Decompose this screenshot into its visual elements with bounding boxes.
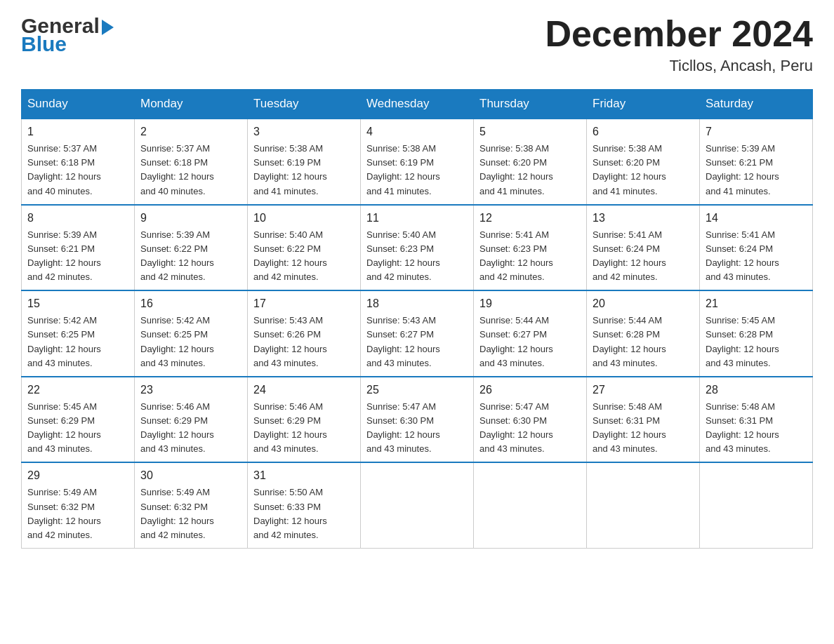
day-number: 8: [27, 210, 128, 227]
calendar-cell: [700, 462, 813, 548]
day-number: 3: [253, 123, 355, 140]
day-number: 29: [27, 467, 128, 484]
day-number: 4: [366, 123, 468, 140]
day-number: 18: [366, 295, 468, 312]
day-info: Sunrise: 5:45 AMSunset: 6:29 PMDaylight:…: [27, 401, 101, 454]
calendar-subtitle: Ticllos, Ancash, Peru: [545, 57, 813, 75]
day-number: 19: [479, 295, 581, 312]
day-info: Sunrise: 5:40 AMSunset: 6:22 PMDaylight:…: [253, 229, 327, 282]
day-info: Sunrise: 5:45 AMSunset: 6:28 PMDaylight:…: [706, 315, 779, 368]
day-number: 28: [706, 382, 807, 398]
day-number: 17: [253, 295, 355, 312]
title-area: December 2024 Ticllos, Ancash, Peru: [545, 14, 813, 75]
calendar-cell: 11Sunrise: 5:40 AMSunset: 6:23 PMDayligh…: [361, 205, 474, 291]
logo-blue-text: Blue: [21, 32, 67, 56]
day-number: 1: [27, 123, 128, 140]
calendar-cell: 16Sunrise: 5:42 AMSunset: 6:25 PMDayligh…: [135, 290, 248, 377]
calendar-cell: 28Sunrise: 5:48 AMSunset: 6:31 PMDayligh…: [700, 377, 813, 463]
calendar-cell: [587, 462, 700, 548]
day-number: 6: [593, 123, 694, 140]
calendar-cell: 26Sunrise: 5:47 AMSunset: 6:30 PMDayligh…: [474, 377, 587, 463]
day-info: Sunrise: 5:43 AMSunset: 6:27 PMDaylight:…: [366, 315, 440, 368]
day-info: Sunrise: 5:40 AMSunset: 6:23 PMDaylight:…: [366, 229, 440, 282]
logo-arrow-icon: [102, 20, 114, 35]
day-info: Sunrise: 5:44 AMSunset: 6:27 PMDaylight:…: [479, 315, 553, 368]
day-number: 16: [140, 295, 241, 312]
day-info: Sunrise: 5:49 AMSunset: 6:32 PMDaylight:…: [140, 487, 214, 539]
day-info: Sunrise: 5:39 AMSunset: 6:21 PMDaylight:…: [27, 229, 101, 282]
day-number: 14: [706, 210, 807, 227]
day-number: 26: [479, 382, 581, 398]
calendar-cell: 18Sunrise: 5:43 AMSunset: 6:27 PMDayligh…: [361, 290, 474, 377]
calendar-cell: 12Sunrise: 5:41 AMSunset: 6:23 PMDayligh…: [474, 205, 587, 291]
calendar-cell: 7Sunrise: 5:39 AMSunset: 6:21 PMDaylight…: [700, 119, 813, 205]
day-info: Sunrise: 5:49 AMSunset: 6:32 PMDaylight:…: [27, 487, 101, 539]
calendar-table: SundayMondayTuesdayWednesdayThursdayFrid…: [21, 89, 813, 549]
calendar-cell: 27Sunrise: 5:48 AMSunset: 6:31 PMDayligh…: [587, 377, 700, 463]
day-info: Sunrise: 5:41 AMSunset: 6:24 PMDaylight:…: [593, 229, 666, 282]
day-info: Sunrise: 5:39 AMSunset: 6:21 PMDaylight:…: [706, 143, 779, 196]
calendar-cell: [361, 462, 474, 548]
day-info: Sunrise: 5:42 AMSunset: 6:25 PMDaylight:…: [140, 315, 214, 368]
calendar-cell: 15Sunrise: 5:42 AMSunset: 6:25 PMDayligh…: [22, 290, 135, 377]
day-info: Sunrise: 5:48 AMSunset: 6:31 PMDaylight:…: [706, 401, 779, 454]
day-info: Sunrise: 5:38 AMSunset: 6:19 PMDaylight:…: [253, 143, 327, 196]
day-info: Sunrise: 5:48 AMSunset: 6:31 PMDaylight:…: [593, 401, 666, 454]
calendar-cell: 21Sunrise: 5:45 AMSunset: 6:28 PMDayligh…: [700, 290, 813, 377]
column-header-thursday: Thursday: [474, 90, 587, 119]
calendar-cell: 19Sunrise: 5:44 AMSunset: 6:27 PMDayligh…: [474, 290, 587, 377]
calendar-cell: 20Sunrise: 5:44 AMSunset: 6:28 PMDayligh…: [587, 290, 700, 377]
calendar-week-row: 29Sunrise: 5:49 AMSunset: 6:32 PMDayligh…: [22, 462, 813, 548]
column-header-friday: Friday: [587, 90, 700, 119]
calendar-cell: 31Sunrise: 5:50 AMSunset: 6:33 PMDayligh…: [248, 462, 361, 548]
calendar-cell: 24Sunrise: 5:46 AMSunset: 6:29 PMDayligh…: [248, 377, 361, 463]
day-info: Sunrise: 5:42 AMSunset: 6:25 PMDaylight:…: [27, 315, 101, 368]
day-info: Sunrise: 5:44 AMSunset: 6:28 PMDaylight:…: [593, 315, 666, 368]
column-header-monday: Monday: [135, 90, 248, 119]
calendar-week-row: 1Sunrise: 5:37 AMSunset: 6:18 PMDaylight…: [22, 119, 813, 205]
calendar-week-row: 15Sunrise: 5:42 AMSunset: 6:25 PMDayligh…: [22, 290, 813, 377]
day-number: 2: [140, 123, 241, 140]
day-info: Sunrise: 5:37 AMSunset: 6:18 PMDaylight:…: [140, 143, 214, 196]
day-number: 24: [253, 382, 355, 398]
day-info: Sunrise: 5:41 AMSunset: 6:23 PMDaylight:…: [479, 229, 553, 282]
column-header-tuesday: Tuesday: [248, 90, 361, 119]
day-number: 15: [27, 295, 128, 312]
calendar-cell: 29Sunrise: 5:49 AMSunset: 6:32 PMDayligh…: [22, 462, 135, 548]
calendar-week-row: 8Sunrise: 5:39 AMSunset: 6:21 PMDaylight…: [22, 205, 813, 291]
day-info: Sunrise: 5:46 AMSunset: 6:29 PMDaylight:…: [253, 401, 327, 454]
calendar-cell: 9Sunrise: 5:39 AMSunset: 6:22 PMDaylight…: [135, 205, 248, 291]
column-header-saturday: Saturday: [700, 90, 813, 119]
day-number: 9: [140, 210, 241, 227]
calendar-cell: 5Sunrise: 5:38 AMSunset: 6:20 PMDaylight…: [474, 119, 587, 205]
day-number: 22: [27, 382, 128, 398]
calendar-title: December 2024: [545, 14, 813, 54]
calendar-cell: 2Sunrise: 5:37 AMSunset: 6:18 PMDaylight…: [135, 119, 248, 205]
day-number: 23: [140, 382, 241, 398]
calendar-cell: 1Sunrise: 5:37 AMSunset: 6:18 PMDaylight…: [22, 119, 135, 205]
calendar-cell: 13Sunrise: 5:41 AMSunset: 6:24 PMDayligh…: [587, 205, 700, 291]
day-info: Sunrise: 5:37 AMSunset: 6:18 PMDaylight:…: [27, 143, 101, 196]
day-number: 21: [706, 295, 807, 312]
day-number: 11: [366, 210, 468, 227]
calendar-cell: 14Sunrise: 5:41 AMSunset: 6:24 PMDayligh…: [700, 205, 813, 291]
logo: General Blue: [21, 14, 114, 56]
day-info: Sunrise: 5:43 AMSunset: 6:26 PMDaylight:…: [253, 315, 327, 368]
day-number: 12: [479, 210, 581, 227]
day-number: 10: [253, 210, 355, 227]
day-info: Sunrise: 5:47 AMSunset: 6:30 PMDaylight:…: [479, 401, 553, 454]
calendar-cell: 4Sunrise: 5:38 AMSunset: 6:19 PMDaylight…: [361, 119, 474, 205]
calendar-cell: 22Sunrise: 5:45 AMSunset: 6:29 PMDayligh…: [22, 377, 135, 463]
day-number: 5: [479, 123, 581, 140]
day-number: 31: [253, 467, 355, 484]
calendar-week-row: 22Sunrise: 5:45 AMSunset: 6:29 PMDayligh…: [22, 377, 813, 463]
calendar-header-row: SundayMondayTuesdayWednesdayThursdayFrid…: [22, 90, 813, 119]
column-header-sunday: Sunday: [22, 90, 135, 119]
calendar-cell: [474, 462, 587, 548]
day-number: 25: [366, 382, 468, 398]
day-info: Sunrise: 5:38 AMSunset: 6:20 PMDaylight:…: [479, 143, 553, 196]
calendar-cell: 3Sunrise: 5:38 AMSunset: 6:19 PMDaylight…: [248, 119, 361, 205]
calendar-cell: 10Sunrise: 5:40 AMSunset: 6:22 PMDayligh…: [248, 205, 361, 291]
day-info: Sunrise: 5:38 AMSunset: 6:20 PMDaylight:…: [593, 143, 666, 196]
day-info: Sunrise: 5:50 AMSunset: 6:33 PMDaylight:…: [253, 487, 327, 539]
